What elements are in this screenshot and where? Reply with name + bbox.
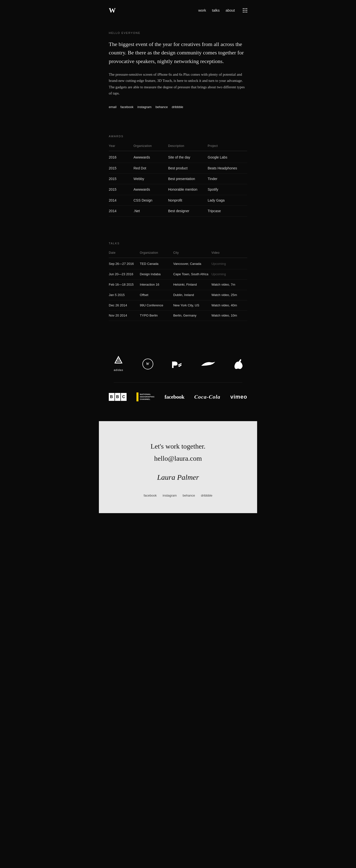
award-row-3: 2015 Webby Best presentation Tinder bbox=[109, 174, 247, 184]
svg-rect-4 bbox=[172, 362, 173, 368]
col-year: Year bbox=[109, 144, 133, 148]
footer-instagram[interactable]: instagram bbox=[163, 493, 177, 498]
footer-behance[interactable]: behance bbox=[183, 493, 195, 498]
talk-row-4: Jan 5 2015 Offset Dublin, Ireland Watch … bbox=[109, 290, 247, 301]
hero-section: HELLO EVERYONE The biggest event of the … bbox=[99, 21, 257, 125]
award-row-5: 2014 CSS Design Nonprofit Lady Gaga bbox=[109, 195, 247, 206]
brand-facebook: facebook bbox=[164, 393, 184, 401]
talks-table-header: Date Organization City Video bbox=[109, 250, 247, 258]
award-row-1: 2016 Awwwards Site of the day Google Lab… bbox=[109, 152, 247, 163]
footer-facebook[interactable]: facebook bbox=[143, 493, 157, 498]
awards-section: AWARDS Year Organization Description Pro… bbox=[99, 124, 257, 231]
hero-paragraph-1: The biggest event of the year for creati… bbox=[109, 40, 247, 65]
col-video: Video bbox=[212, 250, 247, 255]
brand-playstation bbox=[171, 359, 183, 369]
social-email[interactable]: email bbox=[109, 104, 117, 110]
col-date: Date bbox=[109, 250, 140, 255]
talk-row-1: Sep 26—27 2016 TED Canada Vancouver, Can… bbox=[109, 259, 247, 269]
col-description: Description bbox=[168, 144, 208, 148]
hero-paragraph-2: The pressure-sensitive screen of iPhone … bbox=[109, 71, 247, 97]
brand-nike bbox=[201, 360, 216, 368]
col-organization: Organization bbox=[133, 144, 168, 148]
col-org: Organization bbox=[140, 250, 173, 255]
brands-row-1: adidas W bbox=[104, 351, 252, 377]
social-facebook[interactable]: facebook bbox=[120, 104, 133, 110]
talks-section: TALKS Date Organization City Video Sep 2… bbox=[99, 231, 257, 336]
talk-row-2: Jun 20—23 2016 Design Indaba Cape Town, … bbox=[109, 269, 247, 280]
awards-table-header: Year Organization Description Project bbox=[109, 144, 247, 151]
playstation-icon bbox=[171, 359, 183, 369]
navigation: W work talks about bbox=[99, 0, 257, 21]
talk-row-6: Nov 20 2014 TYPO Berlin Berlin, Germany … bbox=[109, 311, 247, 321]
brand-natgeo: NATIONALGEOGRAPHICCHANNEL bbox=[136, 393, 155, 401]
social-dribbble[interactable]: dribbble bbox=[172, 104, 183, 110]
brand-wb: W bbox=[142, 359, 153, 369]
nav-talks[interactable]: talks bbox=[212, 7, 220, 13]
brand-apple bbox=[234, 359, 243, 369]
footer-social-links: facebook instagram behance dribbble bbox=[109, 493, 247, 498]
social-links: email facebook instagram behance dribbbl… bbox=[109, 104, 247, 110]
talk-row-3: Feb 16—18 2015 Interaction 16 Helsinki, … bbox=[109, 280, 247, 290]
talks-label: TALKS bbox=[109, 241, 247, 246]
social-behance[interactable]: behance bbox=[156, 104, 168, 110]
cta-email[interactable]: hello@laura.com bbox=[109, 453, 247, 464]
nike-icon bbox=[201, 360, 216, 368]
brand-adidas: adidas bbox=[113, 355, 124, 372]
talk-row-5: Dec 26 2014 99U Conference New York City… bbox=[109, 301, 247, 311]
signature: Laura Palmer bbox=[109, 471, 247, 483]
adidas-icon bbox=[113, 355, 124, 367]
nav-about[interactable]: about bbox=[225, 7, 235, 13]
footer-dribbble[interactable]: dribbble bbox=[201, 493, 213, 498]
hero-label: HELLO EVERYONE bbox=[109, 31, 247, 35]
awards-table: Year Organization Description Project 20… bbox=[109, 144, 247, 217]
social-instagram[interactable]: instagram bbox=[137, 104, 152, 110]
cta-title: Let's work together. bbox=[109, 441, 247, 452]
apple-icon bbox=[234, 359, 243, 369]
nav-links: work talks about bbox=[198, 7, 247, 13]
svg-marker-0 bbox=[115, 356, 122, 363]
site-logo[interactable]: W bbox=[109, 5, 116, 16]
brand-cocacola: Coca-Cola bbox=[194, 393, 221, 401]
col-city: City bbox=[173, 250, 212, 255]
col-project: Project bbox=[208, 144, 247, 148]
brands-row-2: B B C NATIONALGEOGRAPHICCHANNEL facebook… bbox=[104, 388, 252, 406]
award-row-2: 2015 Red Dot Best product Beats Headphon… bbox=[109, 163, 247, 174]
footer-cta: Let's work together. hello@laura.com Lau… bbox=[99, 421, 257, 513]
nav-work[interactable]: work bbox=[198, 7, 206, 13]
award-row-4: 2015 Awwwards Honorable mention Spotify bbox=[109, 184, 247, 195]
grid-menu-icon[interactable] bbox=[243, 8, 247, 12]
brand-vimeo: vimeo bbox=[230, 393, 247, 401]
talks-table: Date Organization City Video Sep 26—27 2… bbox=[109, 250, 247, 321]
brand-bbc: B B C bbox=[109, 393, 127, 401]
awards-label: AWARDS bbox=[109, 134, 247, 139]
award-row-6: 2014 .Net Best designer Tripcase bbox=[109, 206, 247, 216]
brands-section: adidas W bbox=[99, 336, 257, 421]
